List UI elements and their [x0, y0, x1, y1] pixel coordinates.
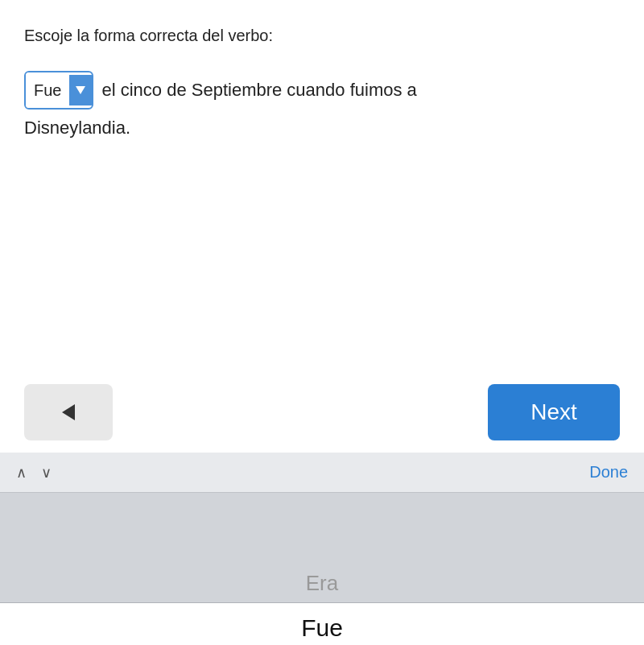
navigation-bar: Next	[0, 372, 644, 453]
back-button[interactable]	[24, 384, 113, 440]
picker-item-era[interactable]: Era	[0, 564, 644, 602]
picker-item-fue[interactable]: Fue	[0, 602, 644, 645]
main-content: Escoje la forma correcta del verbo: Fue …	[0, 0, 644, 372]
picker-nav-group: ∧ ∨	[16, 464, 52, 482]
next-button[interactable]: Next	[488, 384, 620, 440]
picker-scroll-area[interactable]: Era Fue	[0, 493, 644, 645]
svg-marker-1	[62, 404, 75, 420]
svg-marker-0	[76, 86, 85, 94]
picker-down-button[interactable]: ∨	[41, 464, 52, 482]
sentence-area: Fue el cinco de Septiembre cuando fuimos…	[24, 71, 620, 110]
sentence-part1: el cinco de Septiembre cuando fuimos a	[101, 76, 416, 104]
next-button-label: Next	[530, 399, 577, 425]
picker-items-list: Era Fue	[0, 493, 644, 645]
instruction-text: Escoje la forma correcta del verbo:	[24, 24, 620, 47]
picker-section: ∧ ∨ Done Era Fue	[0, 453, 644, 645]
picker-done-button[interactable]: Done	[589, 463, 628, 482]
picker-up-button[interactable]: ∧	[16, 464, 27, 482]
dropdown-value: Fue	[26, 72, 69, 108]
sentence-part2: Disneylandia.	[24, 118, 620, 139]
verb-dropdown[interactable]: Fue	[24, 71, 93, 110]
dropdown-arrow-button[interactable]	[69, 75, 92, 105]
picker-toolbar: ∧ ∨ Done	[0, 453, 644, 493]
